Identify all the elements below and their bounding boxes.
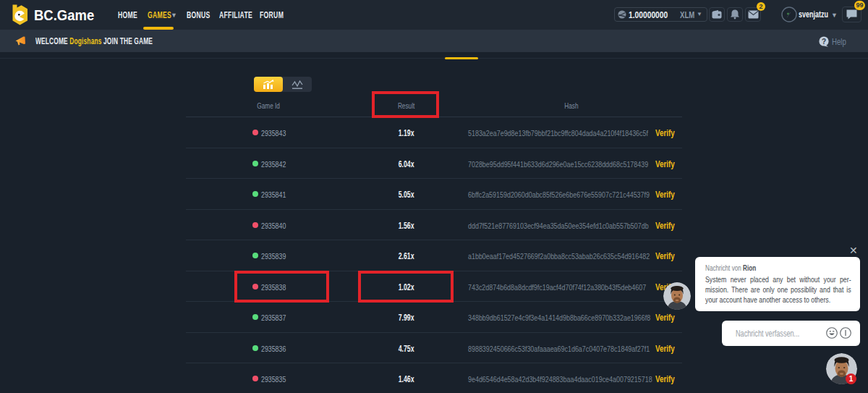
svg-text:?: ? [822,38,826,46]
